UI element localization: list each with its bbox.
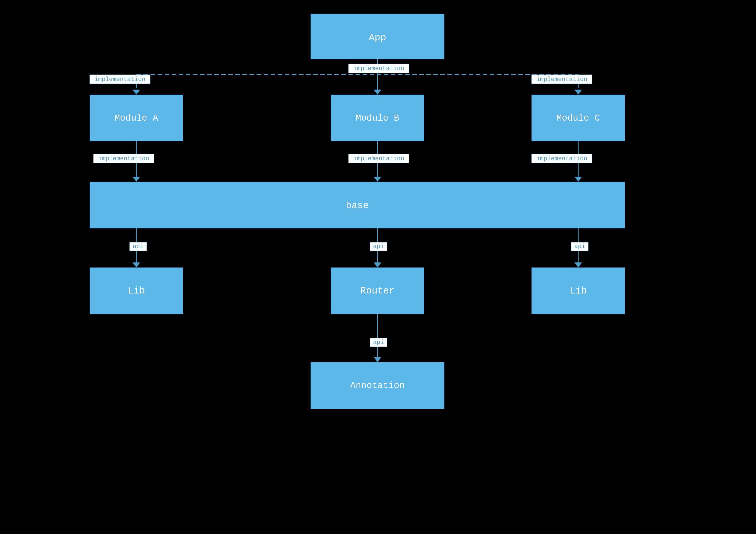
node-annotation-label: Annotation: [350, 381, 405, 391]
arrow-moduleA: [133, 89, 140, 95]
node-moduleB-label: Module B: [356, 113, 399, 123]
diagram-svg: App implementation implementation implem…: [0, 0, 756, 534]
label-impl-C-base: implementation: [536, 155, 587, 162]
node-lib1-label: Lib: [128, 285, 145, 296]
label-impl-moduleB: implementation: [353, 65, 404, 72]
label-impl-A-base: implementation: [98, 155, 149, 162]
arrow-router: [374, 263, 381, 267]
diagram-container: App implementation implementation implem…: [0, 0, 756, 534]
arrow-base-A: [133, 177, 140, 182]
node-lib2-label: Lib: [570, 285, 587, 296]
arrow-base-B: [374, 177, 381, 182]
node-moduleC-label: Module C: [556, 113, 600, 123]
arrow-lib2: [575, 263, 582, 267]
arrow-base-C: [575, 177, 582, 182]
arrow-moduleB: [374, 89, 381, 95]
node-router-label: Router: [360, 285, 395, 296]
label-impl-B-base: implementation: [353, 155, 404, 162]
arrow-moduleC: [575, 89, 582, 95]
arrow-annotation: [374, 357, 381, 362]
node-base-label: base: [346, 200, 369, 211]
arrow-lib1: [133, 263, 140, 267]
node-moduleA-label: Module A: [115, 113, 158, 123]
label-api-lib1: api: [133, 243, 144, 250]
label-api-router: api: [373, 243, 384, 250]
label-api-lib2: api: [574, 243, 585, 250]
label-impl-moduleC: implementation: [536, 76, 587, 83]
node-app-label: App: [369, 32, 386, 43]
label-impl-moduleA: implementation: [94, 76, 146, 83]
label-api-annotation: api: [373, 339, 384, 346]
